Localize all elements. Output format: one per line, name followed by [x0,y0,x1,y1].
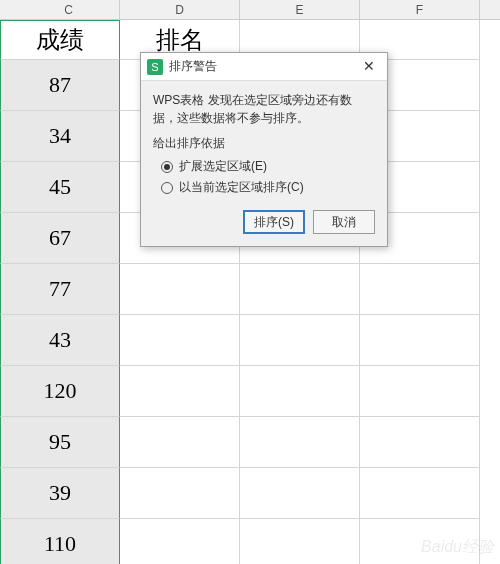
cancel-button[interactable]: 取消 [313,210,375,234]
radio-icon [161,161,173,173]
close-icon[interactable]: ✕ [357,57,381,77]
table-row: 43 [0,315,500,366]
dialog-body: WPS表格 发现在选定区域旁边还有数据，这些数据将不参与排序。 给出排序依据 扩… [141,81,387,246]
col-header-c[interactable]: C [0,0,120,19]
col-header-e[interactable]: E [240,0,360,19]
cell[interactable] [360,366,480,417]
cell[interactable] [240,264,360,315]
dialog-titlebar[interactable]: S 排序警告 ✕ [141,53,387,81]
cell[interactable] [360,264,480,315]
cell[interactable]: 45 [0,162,120,213]
column-header-row: C D E F [0,0,500,20]
cell[interactable]: 87 [0,60,120,111]
cell[interactable] [120,468,240,519]
cell[interactable] [120,315,240,366]
radio-option-expand[interactable]: 扩展选定区域(E) [161,158,375,175]
app-icon: S [147,59,163,75]
cell[interactable] [240,417,360,468]
col-header-d[interactable]: D [120,0,240,19]
cell[interactable]: 77 [0,264,120,315]
cell[interactable]: 67 [0,213,120,264]
cell[interactable] [360,468,480,519]
cell[interactable]: 110 [0,519,120,564]
cell[interactable] [360,417,480,468]
table-row: 77 [0,264,500,315]
cell[interactable] [240,468,360,519]
radio-label: 以当前选定区域排序(C) [179,179,304,196]
cell[interactable]: 43 [0,315,120,366]
dialog-buttons: 排序(S) 取消 [153,210,375,234]
cell[interactable] [120,417,240,468]
dialog-label: 给出排序依据 [153,135,375,152]
col-header-f[interactable]: F [360,0,480,19]
cell[interactable]: 34 [0,111,120,162]
dialog-title: 排序警告 [169,58,357,75]
radio-label: 扩展选定区域(E) [179,158,267,175]
cell[interactable] [240,315,360,366]
cell[interactable] [120,264,240,315]
cell[interactable]: 95 [0,417,120,468]
cell[interactable] [120,366,240,417]
header-cell-scores[interactable]: 成绩 [0,20,120,60]
sort-button[interactable]: 排序(S) [243,210,305,234]
cell[interactable] [360,315,480,366]
table-row: 95 [0,417,500,468]
table-row: 120 [0,366,500,417]
sort-warning-dialog: S 排序警告 ✕ WPS表格 发现在选定区域旁边还有数据，这些数据将不参与排序。… [140,52,388,247]
dialog-message: WPS表格 发现在选定区域旁边还有数据，这些数据将不参与排序。 [153,91,375,127]
cell[interactable]: 120 [0,366,120,417]
table-row: 110 [0,519,500,564]
table-row: 39 [0,468,500,519]
cell[interactable] [240,519,360,564]
radio-icon [161,182,173,194]
cell[interactable] [240,366,360,417]
radio-option-current[interactable]: 以当前选定区域排序(C) [161,179,375,196]
cell[interactable] [360,519,480,564]
cell[interactable]: 39 [0,468,120,519]
cell[interactable] [120,519,240,564]
